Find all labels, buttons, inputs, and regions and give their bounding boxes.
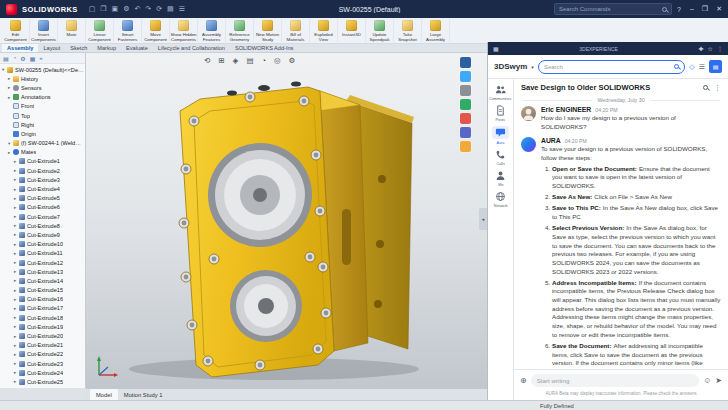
quick-access-icon[interactable]: ▢ — [89, 5, 96, 13]
message-input[interactable]: Start writing — [531, 374, 699, 387]
feature-tree-item[interactable]: ▸ Cut-Extrude22 — [0, 350, 85, 359]
ribbon-button[interactable]: Show Hidden Components — [170, 19, 198, 42]
swym-search-input[interactable]: Search — [538, 60, 685, 74]
custom-properties-icon[interactable] — [460, 127, 471, 138]
rail-communities[interactable]: Communities — [488, 84, 513, 101]
ribbon-button[interactable]: Assembly Features — [198, 19, 226, 42]
favorites-icon[interactable]: ☆ — [708, 45, 713, 52]
close-button[interactable]: ✕ — [716, 5, 722, 13]
feature-tree-item[interactable]: ▸ Cut-Extrude23 — [0, 359, 85, 368]
feature-tree-item[interactable]: ▸ Cut-Extrude13 — [0, 267, 85, 276]
ribbon-button[interactable]: Linear Component Pattern — [86, 19, 114, 42]
ribbon-button[interactable]: Insert Components — [30, 19, 58, 42]
model-tab[interactable]: Motion Study 1 — [118, 389, 169, 400]
rail-me[interactable]: Me — [488, 170, 513, 187]
feature-tree-item[interactable]: ▸ Cut-Extrude25 — [0, 377, 85, 386]
rail-aura[interactable]: Aura — [488, 126, 513, 145]
overflow-menu-icon[interactable]: ⋮ — [717, 45, 723, 52]
ribbon-button[interactable]: Reference Geometry — [226, 19, 254, 42]
rail-calls[interactable]: Calls — [488, 149, 513, 166]
feature-tree-item[interactable]: Origin — [0, 129, 85, 138]
tag-icon[interactable]: ◇ — [689, 63, 694, 71]
feature-tree-item[interactable]: ▸ Cut-Extrude5 — [0, 194, 85, 203]
feature-tree-item[interactable]: Front — [0, 102, 85, 111]
feature-tree-item[interactable]: ▸ Cut-Extrude20 — [0, 331, 85, 340]
feature-manager-tab-icon[interactable]: ⚙ — [20, 55, 25, 62]
minimize-button[interactable]: – — [690, 5, 694, 13]
ribbon-button[interactable]: Mate — [58, 19, 86, 42]
ribbon-button[interactable]: Take Snapshot — [394, 19, 422, 42]
feature-tree-item[interactable]: Top — [0, 111, 85, 120]
model-tab[interactable]: Model — [90, 389, 118, 400]
graphics-viewport[interactable]: ⟲ ⊞ ◈ ▤ ◔ ◎ ⚙ — [86, 53, 487, 388]
command-tab[interactable]: Evaluate — [121, 44, 153, 52]
feature-tree-item[interactable]: ▸ Cut-Extrude8 — [0, 221, 85, 230]
feature-tree-item[interactable]: ▸ Cut-Extrude15 — [0, 286, 85, 295]
rail-network[interactable]: Network — [488, 191, 513, 208]
ribbon-button[interactable]: Smart Fasteners — [114, 19, 142, 42]
feature-tree-item[interactable]: ▾ SW-00255 (Default)<<Default_Displ — [0, 65, 85, 74]
feature-tree-item[interactable]: ▸ Cut-Extrude10 — [0, 240, 85, 249]
command-search-input[interactable]: Search Commands — [554, 3, 672, 15]
feature-tree-item[interactable]: ▸ Cut-Extrude21 — [0, 341, 85, 350]
ribbon-button[interactable]: Edit Component — [2, 19, 30, 42]
send-icon[interactable]: ➤ — [715, 376, 722, 385]
command-tab[interactable]: Assembly — [2, 44, 38, 52]
ribbon-button[interactable]: Bill of Materials — [282, 19, 310, 42]
feature-tree-item[interactable]: ▸ Cut-Extrude9 — [0, 230, 85, 239]
search-icon[interactable] — [703, 85, 708, 90]
panel-collapse-handle[interactable]: ◂ — [479, 208, 487, 230]
feature-manager-tab-icon[interactable]: ▦ — [30, 55, 36, 62]
rail-posts[interactable]: Posts — [488, 105, 513, 122]
assembly-3d-model[interactable] — [114, 59, 454, 381]
emoji-icon[interactable]: ☺ — [703, 376, 711, 385]
quick-access-icon[interactable]: ⟳ — [156, 5, 162, 13]
command-tab[interactable]: Sketch — [65, 44, 92, 52]
add-attachment-icon[interactable]: ⊕ — [520, 376, 527, 385]
command-tab[interactable]: Lifecycle and Collaboration — [153, 44, 230, 52]
ribbon-button[interactable]: Large Assembly Settings — [422, 19, 450, 42]
ribbon-button[interactable]: Update Speedpak Subassemblies — [366, 19, 394, 42]
ribbon-button[interactable]: Move Component — [142, 19, 170, 42]
kebab-menu-icon[interactable]: ⋮ — [714, 84, 721, 92]
feature-tree-item[interactable]: ▸ Cut-Extrude11 — [0, 249, 85, 258]
maximize-button[interactable]: ❐ — [702, 5, 708, 13]
quick-access-icon[interactable]: ▤ — [167, 5, 174, 13]
chevron-down-icon[interactable]: ▾ — [531, 64, 534, 70]
add-icon[interactable]: ✚ — [699, 45, 704, 52]
feature-tree-item[interactable]: ▸ Cut-Extrude24 — [0, 368, 85, 377]
quick-access-icon[interactable]: ☰ — [179, 5, 185, 13]
app-switcher[interactable]: 3DSwym — [494, 62, 527, 71]
feature-tree-item[interactable]: ▸ Cut-Extrude7 — [0, 212, 85, 221]
feature-tree-item[interactable]: ▸ Cut-Extrude18 — [0, 313, 85, 322]
ribbon-button[interactable]: Exploded View — [310, 19, 338, 42]
feature-tree-item[interactable]: ▸ Cut-Extrude12 — [0, 258, 85, 267]
quick-access-icon[interactable]: ↷ — [145, 5, 151, 13]
help-button[interactable]: ? — [677, 6, 681, 13]
feature-tree-item[interactable]: ▸ Cut-Extrude17 — [0, 304, 85, 313]
quick-access-icon[interactable]: ❐ — [100, 5, 106, 13]
ribbon-button[interactable]: New Motion Study — [254, 19, 282, 42]
3dexperience-icon[interactable] — [460, 57, 471, 68]
feature-tree-item[interactable]: ▸ Cut-Extrude16 — [0, 295, 85, 304]
feature-tree-item[interactable]: ▸ Cut-Extrude14 — [0, 276, 85, 285]
quick-access-icon[interactable]: ↶ — [134, 5, 140, 13]
feature-tree-item[interactable]: ▸ Cut-Extrude1 — [0, 157, 85, 166]
quick-access-icon[interactable]: ⚙ — [123, 5, 129, 13]
feature-tree-item[interactable]: ▸ Mates — [0, 148, 85, 157]
feature-manager-tab-icon[interactable]: » — [39, 55, 42, 61]
feature-manager-tab-icon[interactable]: ▤ — [3, 55, 9, 62]
feature-tree-item[interactable]: Right — [0, 120, 85, 129]
feature-tree-item[interactable]: ▸ Cut-Extrude3 — [0, 175, 85, 184]
command-tab[interactable]: Layout — [38, 44, 65, 52]
command-tab[interactable]: SOLIDWORKS Add-Ins — [230, 44, 298, 52]
menu-icon[interactable]: ☰ — [699, 63, 705, 71]
command-tab[interactable]: Markup — [92, 44, 121, 52]
aura-avatar[interactable] — [521, 137, 536, 152]
feature-tree-item[interactable]: ▸ History — [0, 74, 85, 83]
feature-manager-tab-icon[interactable]: ◔ — [13, 55, 17, 61]
feature-tree-item[interactable]: ▾ (f) SW-00244-1 (Weldment)<<M — [0, 139, 85, 148]
design-library-icon[interactable] — [460, 71, 471, 82]
feature-tree-item[interactable]: ▸ Cut-Extrude2 — [0, 166, 85, 175]
user-avatar[interactable] — [521, 106, 536, 121]
